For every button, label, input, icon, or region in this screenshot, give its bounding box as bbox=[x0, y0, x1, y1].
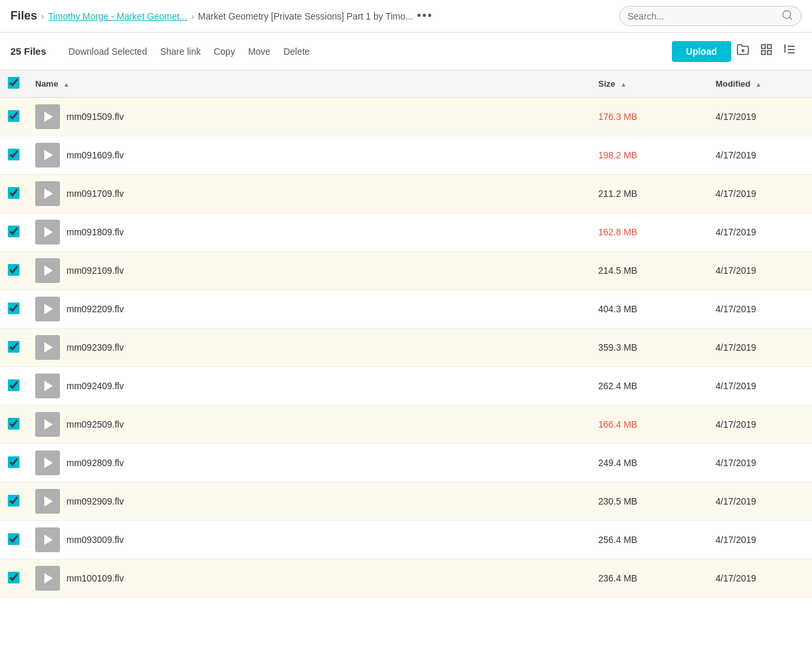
upload-button[interactable]: Upload bbox=[672, 41, 731, 62]
row-size-cell: 211.2 MB bbox=[590, 175, 708, 213]
row-checkbox-cell[interactable] bbox=[0, 290, 27, 329]
table-row: mm100109.flv236.4 MB4/17/2019 bbox=[0, 559, 812, 598]
row-checkbox[interactable] bbox=[8, 264, 20, 276]
row-checkbox[interactable] bbox=[8, 533, 20, 545]
row-checkbox[interactable] bbox=[8, 302, 20, 314]
table-row: mm092909.flv230.5 MB4/17/2019 bbox=[0, 482, 812, 521]
row-size-cell: 404.3 MB bbox=[590, 290, 708, 329]
row-name-cell: mm091609.flv bbox=[27, 136, 590, 175]
row-modified-cell: 4/17/2019 bbox=[708, 444, 812, 482]
row-checkbox[interactable] bbox=[8, 456, 20, 468]
row-checkbox-cell[interactable] bbox=[0, 329, 27, 367]
grid-view-button[interactable] bbox=[755, 39, 778, 63]
row-checkbox-cell[interactable] bbox=[0, 367, 27, 405]
file-name[interactable]: mm092109.flv bbox=[66, 265, 124, 276]
row-size-cell: 359.3 MB bbox=[590, 329, 708, 367]
table-row: mm091609.flv198.2 MB4/17/2019 bbox=[0, 136, 812, 175]
row-checkbox-cell[interactable] bbox=[0, 213, 27, 252]
breadcrumb-current: Market Geometry [Private Sessions] Part … bbox=[198, 11, 413, 22]
row-size-cell: 256.4 MB bbox=[590, 521, 708, 559]
row-checkbox[interactable] bbox=[8, 110, 20, 122]
row-name-cell: mm092309.flv bbox=[27, 329, 590, 367]
sort-button[interactable] bbox=[778, 39, 802, 63]
row-modified-cell: 4/17/2019 bbox=[708, 290, 812, 329]
file-play-icon bbox=[35, 374, 60, 398]
row-checkbox-cell[interactable] bbox=[0, 136, 27, 175]
row-checkbox[interactable] bbox=[8, 341, 20, 353]
row-modified-cell: 4/17/2019 bbox=[708, 559, 812, 598]
row-name-cell: mm091509.flv bbox=[27, 98, 590, 136]
row-size-cell: 249.4 MB bbox=[590, 444, 708, 482]
toolbar: 25 Files Download Selected Share link Co… bbox=[0, 33, 812, 70]
file-name[interactable]: mm091709.flv bbox=[66, 188, 124, 199]
move-button[interactable]: Move bbox=[242, 44, 277, 59]
file-name[interactable]: mm092509.flv bbox=[66, 419, 124, 430]
row-name-cell: mm092209.flv bbox=[27, 290, 590, 329]
new-folder-button[interactable] bbox=[731, 39, 755, 63]
breadcrumb-item-1[interactable]: Timothy Morge - Market Geomet... bbox=[48, 11, 187, 22]
file-name[interactable]: mm093009.flv bbox=[66, 535, 124, 545]
file-name[interactable]: mm091609.flv bbox=[66, 150, 124, 160]
table-header-row: Name ▲ Size ▲ Modified ▲ bbox=[0, 70, 812, 98]
share-link-button[interactable]: Share link bbox=[154, 44, 207, 59]
col-modified-header[interactable]: Modified ▲ bbox=[708, 70, 812, 98]
row-name-cell: mm093009.flv bbox=[27, 521, 590, 559]
row-size-cell: 198.2 MB bbox=[590, 136, 708, 175]
row-checkbox[interactable] bbox=[8, 379, 20, 391]
file-play-icon bbox=[35, 297, 60, 321]
file-play-icon bbox=[35, 412, 60, 437]
table-row: mm092109.flv214.5 MB4/17/2019 bbox=[0, 252, 812, 290]
file-name[interactable]: mm091509.flv bbox=[66, 111, 124, 122]
row-checkbox[interactable] bbox=[8, 495, 20, 507]
row-checkbox[interactable] bbox=[8, 187, 20, 199]
row-size-cell: 176.3 MB bbox=[590, 98, 708, 136]
select-all-header[interactable] bbox=[0, 70, 27, 98]
row-size-cell: 262.4 MB bbox=[590, 367, 708, 405]
table-row: mm092309.flv359.3 MB4/17/2019 bbox=[0, 329, 812, 367]
breadcrumb-more-button[interactable]: ••• bbox=[417, 9, 433, 23]
files-link[interactable]: Files bbox=[10, 9, 37, 23]
file-name[interactable]: mm092309.flv bbox=[66, 342, 124, 353]
file-play-icon bbox=[35, 181, 60, 206]
file-name[interactable]: mm091809.flv bbox=[66, 227, 124, 237]
svg-line-1 bbox=[789, 17, 791, 19]
row-modified-cell: 4/17/2019 bbox=[708, 175, 812, 213]
col-size-header[interactable]: Size ▲ bbox=[590, 70, 708, 98]
download-selected-button[interactable]: Download Selected bbox=[62, 44, 154, 59]
row-checkbox[interactable] bbox=[8, 418, 20, 430]
file-name[interactable]: mm092909.flv bbox=[66, 496, 124, 507]
modified-sort-arrow: ▲ bbox=[755, 81, 762, 88]
file-name[interactable]: mm092409.flv bbox=[66, 381, 124, 391]
size-sort-arrow: ▲ bbox=[620, 81, 627, 88]
file-play-icon bbox=[35, 143, 60, 168]
row-checkbox-cell[interactable] bbox=[0, 444, 27, 482]
row-checkbox[interactable] bbox=[8, 572, 20, 583]
row-checkbox-cell[interactable] bbox=[0, 559, 27, 598]
file-play-icon bbox=[35, 566, 60, 591]
table-row: mm091509.flv176.3 MB4/17/2019 bbox=[0, 98, 812, 136]
row-checkbox[interactable] bbox=[8, 226, 20, 237]
file-name[interactable]: mm092209.flv bbox=[66, 304, 124, 314]
row-checkbox-cell[interactable] bbox=[0, 482, 27, 521]
svg-rect-5 bbox=[768, 45, 772, 49]
select-all-checkbox[interactable] bbox=[8, 77, 20, 89]
row-modified-cell: 4/17/2019 bbox=[708, 405, 812, 444]
row-checkbox[interactable] bbox=[8, 149, 20, 160]
row-modified-cell: 4/17/2019 bbox=[708, 329, 812, 367]
delete-button[interactable]: Delete bbox=[277, 44, 316, 59]
table-row: mm092809.flv249.4 MB4/17/2019 bbox=[0, 444, 812, 482]
row-checkbox-cell[interactable] bbox=[0, 405, 27, 444]
row-checkbox-cell[interactable] bbox=[0, 252, 27, 290]
file-name[interactable]: mm092809.flv bbox=[66, 458, 124, 468]
copy-button[interactable]: Copy bbox=[207, 44, 242, 59]
row-checkbox-cell[interactable] bbox=[0, 98, 27, 136]
row-checkbox-cell[interactable] bbox=[0, 175, 27, 213]
row-modified-cell: 4/17/2019 bbox=[708, 136, 812, 175]
row-checkbox-cell[interactable] bbox=[0, 521, 27, 559]
file-name[interactable]: mm100109.flv bbox=[66, 573, 124, 583]
row-size-cell: 236.4 MB bbox=[590, 559, 708, 598]
svg-rect-4 bbox=[762, 45, 766, 49]
search-input[interactable] bbox=[628, 11, 779, 22]
table-row: mm091709.flv211.2 MB4/17/2019 bbox=[0, 175, 812, 213]
col-name-header[interactable]: Name ▲ bbox=[27, 70, 590, 98]
